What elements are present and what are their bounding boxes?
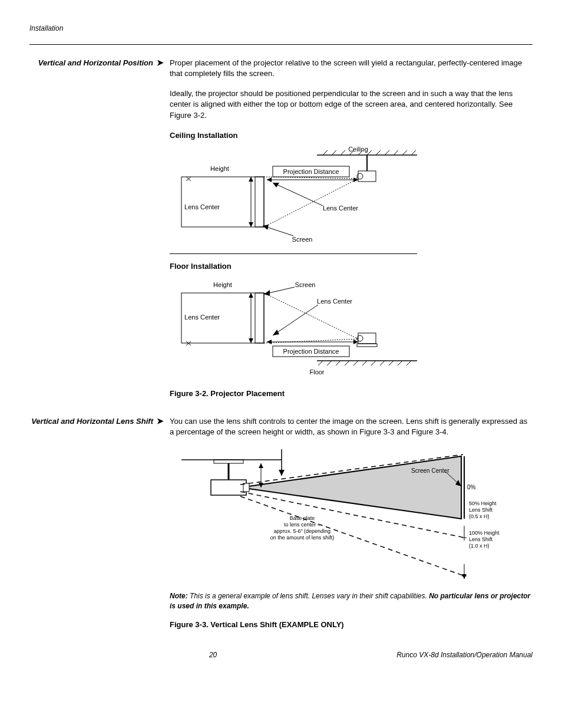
label-screen-f: Screen: [295, 281, 316, 288]
label-50-2: Lens Shift: [469, 507, 493, 513]
page-footer: 20 Runco VX-8d Installation/Operation Ma…: [29, 650, 533, 660]
svg-marker-83: [462, 574, 467, 579]
note-bold: Note:: [170, 592, 188, 600]
label-100-1: 100% Height: [469, 530, 500, 536]
svg-line-58: [362, 361, 367, 365]
content-position: Proper placement of the projector relati…: [170, 58, 533, 408]
side-label-lens-shift: Vertical and Horizontal Lens Shift: [29, 416, 157, 638]
svg-rect-13: [358, 171, 376, 182]
svg-rect-69: [243, 483, 249, 492]
svg-line-28: [273, 183, 323, 206]
page-number: 20: [29, 650, 396, 660]
label-bp2: to lens center =: [284, 522, 320, 528]
svg-line-27: [264, 179, 358, 227]
page-header: Installation: [29, 24, 533, 34]
svg-marker-19: [249, 222, 253, 227]
svg-line-63: [406, 361, 411, 365]
svg-marker-38: [264, 290, 270, 296]
label-100-2: Lens Shift: [469, 536, 493, 542]
svg-line-56: [345, 361, 349, 365]
svg-marker-18: [249, 177, 253, 182]
label-bp3: approx. 5-6" (depending: [274, 528, 330, 534]
svg-marker-64: [240, 456, 461, 519]
label-screen-center: Screen Center: [411, 467, 449, 474]
label-screen-c: Screen: [292, 236, 313, 243]
floor-title: Floor Installation: [170, 261, 533, 272]
position-p1: Proper placement of the projector relati…: [170, 58, 533, 79]
svg-line-10: [402, 150, 407, 155]
svg-line-62: [398, 361, 402, 365]
svg-line-9: [394, 150, 398, 155]
svg-marker-35: [249, 293, 253, 298]
svg-rect-33: [255, 293, 264, 343]
svg-line-57: [353, 361, 358, 365]
svg-marker-24: [267, 177, 272, 182]
label-50-3: (0.5 x H): [469, 513, 490, 519]
svg-line-44: [264, 339, 358, 343]
svg-rect-45: [358, 333, 376, 344]
svg-marker-36: [249, 338, 253, 343]
svg-line-2: [332, 150, 336, 155]
note-lens-shift: Note: This is a general example of lens …: [170, 591, 533, 611]
ceiling-title: Ceiling Installation: [170, 130, 533, 141]
position-p2: Ideally, the projector should be positio…: [170, 88, 533, 121]
svg-marker-73: [259, 463, 263, 468]
label-lenscenter-c2: Lens Center: [323, 205, 358, 212]
lens-shift-diagram: Screen Center 0% 50% Height Lens Shift (…: [170, 449, 533, 588]
svg-line-1: [323, 150, 328, 155]
svg-rect-16: [255, 177, 264, 227]
label-lenscenter-c1: Lens Center: [184, 203, 220, 210]
label-projdist-f: Projection Distance: [283, 348, 339, 355]
label-100-3: (1.0 x H): [469, 543, 490, 549]
label-floor: Floor: [309, 368, 324, 375]
svg-line-41: [273, 305, 318, 335]
lensshift-p1: You can use the lens shift controls to c…: [170, 416, 533, 437]
svg-line-54: [327, 361, 332, 365]
label-projdist-c: Projection Distance: [283, 168, 339, 175]
svg-line-7: [376, 150, 381, 155]
svg-marker-71: [279, 470, 285, 476]
label-bp4: on the amount of lens shift): [270, 535, 335, 541]
svg-rect-47: [357, 344, 377, 347]
content-lens-shift: You can use the lens shift controls to c…: [170, 416, 533, 638]
svg-marker-50: [267, 340, 272, 344]
arrow-icon: ➤: [157, 58, 170, 408]
figure-3-2-caption: Figure 3-2. Projector Placement: [170, 388, 533, 399]
section-position: Vertical and Horizontal Position ➤ Prope…: [29, 58, 533, 408]
header-rule: [29, 44, 533, 45]
diagram-separator: [170, 253, 417, 254]
section-lens-shift: Vertical and Horizontal Lens Shift ➤ You…: [29, 416, 533, 638]
doc-title: Runco VX-8d Installation/Operation Manua…: [396, 650, 533, 660]
label-bp1: Base plate: [290, 515, 315, 521]
label-50-1: 50% Height: [469, 500, 497, 506]
svg-marker-42: [273, 330, 279, 335]
arrow-icon: ➤: [157, 416, 170, 638]
side-label-position: Vertical and Horizontal Position: [29, 58, 157, 408]
svg-line-3: [340, 150, 345, 155]
note-text: This is a general example of lens shift.…: [188, 592, 429, 600]
label-height-f: Height: [213, 281, 232, 288]
ceiling-diagram: Ceiling Height Lens Center: [170, 144, 533, 248]
label-lenscenter-f2: Lens Center: [317, 298, 352, 305]
svg-line-53: [318, 361, 323, 365]
floor-diagram: Height Screen Lens Center Lens Center: [170, 275, 533, 381]
svg-line-60: [380, 361, 385, 365]
label-ceiling: Ceiling: [348, 146, 368, 153]
label-zero: 0%: [467, 484, 476, 490]
svg-line-11: [411, 150, 416, 155]
svg-line-8: [385, 150, 389, 155]
figure-3-3-caption: Figure 3-3. Vertical Lens Shift (EXAMPLE…: [170, 620, 533, 630]
svg-line-59: [371, 361, 376, 365]
label-height-c: Height: [210, 165, 229, 172]
label-lenscenter-f1: Lens Center: [184, 314, 220, 321]
svg-rect-15: [181, 177, 264, 227]
svg-rect-66: [214, 460, 243, 463]
svg-line-61: [389, 361, 394, 365]
svg-line-55: [336, 361, 340, 365]
svg-rect-68: [211, 480, 246, 495]
